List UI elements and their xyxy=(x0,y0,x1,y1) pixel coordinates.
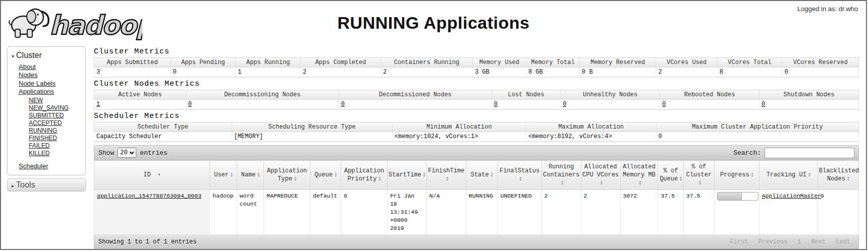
cell-final-status: UNDEFINED xyxy=(498,190,541,234)
th-memory-total: Memory Total xyxy=(526,58,579,68)
cluster-nav-list: About Nodes Node Labels Applications xyxy=(8,63,85,96)
metric-minimum-allocation: <memory:1024, vCores:1> xyxy=(392,132,526,142)
sidebar-item-node-labels[interactable]: Node Labels xyxy=(19,80,56,87)
sort-icon: ▲▼ xyxy=(808,172,810,178)
decommissioning-nodes-link[interactable]: 0 xyxy=(188,101,192,108)
th-final-status[interactable]: FinalStatus▲▼ xyxy=(498,161,541,190)
th-progress[interactable]: Progress▲▼ xyxy=(715,161,760,190)
sort-icon: ▲▼ xyxy=(294,176,296,182)
cluster-metrics-heading: Cluster Metrics xyxy=(94,47,859,56)
sidebar-item-about[interactable]: About xyxy=(19,63,36,71)
metric-vcores-used: 2 xyxy=(656,68,717,78)
entries-label: entries xyxy=(140,149,168,157)
sidebar-item-submitted[interactable]: SUBMITTED xyxy=(29,112,64,119)
sort-icon: ▲▼ xyxy=(847,176,849,182)
th-application-type[interactable]: Application Type▲▼ xyxy=(264,161,310,190)
cell-pct-of-cluster: 37.5 xyxy=(683,190,714,234)
cell-state: RUNNING xyxy=(466,190,498,234)
th-memory-reserved: Memory Reserved xyxy=(579,58,656,68)
th-start-time[interactable]: StartTime▲▼ xyxy=(387,161,426,190)
th-finish-time[interactable]: FinishTime▲▼ xyxy=(426,161,466,190)
show-entries-select[interactable]: 20 xyxy=(118,148,136,158)
unhealthy-nodes-link[interactable]: 0 xyxy=(563,101,566,108)
sidebar-item-new[interactable]: NEW xyxy=(29,97,43,104)
search-label: Search: xyxy=(733,149,761,157)
sort-icon: ▲▼ xyxy=(446,176,448,182)
cell-pct-of-queue: 37.5 xyxy=(658,190,683,234)
cell-allocated-cpu-vcores: 2 xyxy=(581,190,620,234)
scheduler-metrics-row: Capacity Scheduler [MEMORY] <memory:1024… xyxy=(94,132,859,142)
pagination-first[interactable]: First xyxy=(726,237,752,246)
sidebar-item-nodes[interactable]: Nodes xyxy=(19,71,38,79)
application-link[interactable]: application_1547788763094_0003 xyxy=(97,193,201,199)
shutdown-nodes-link[interactable]: 0 xyxy=(762,101,765,108)
th-allocated-cpu-vcores[interactable]: Allocated CPU VCores▲▼ xyxy=(581,161,620,190)
metric-apps-completed: 2 xyxy=(301,68,381,78)
sidebar-item-new-saving[interactable]: NEW_SAVING xyxy=(29,104,69,111)
sidebar-item-killed[interactable]: KILLED xyxy=(29,150,49,157)
lost-nodes-link[interactable]: 0 xyxy=(494,101,498,108)
th-application-priority[interactable]: Application Priority▲▼ xyxy=(341,161,388,190)
active-nodes-link[interactable]: 1 xyxy=(96,101,100,108)
metric-memory-total: 8 GB xyxy=(526,68,579,78)
th-max-cluster-app-priority: Maximum Cluster Application Priority xyxy=(656,122,859,132)
cluster-nodes-metrics-row: 1 0 0 0 0 0 0 xyxy=(94,100,859,110)
th-minimum-allocation: Minimum Allocation xyxy=(392,122,526,132)
sort-icon: ▲▼ xyxy=(699,180,701,186)
metric-containers-running: 2 xyxy=(381,68,473,78)
main-content: Cluster Metrics Apps Submitted Apps Pend… xyxy=(94,46,859,249)
pagination-next[interactable]: Next xyxy=(807,237,830,246)
th-state[interactable]: State▲▼ xyxy=(466,161,498,190)
th-allocated-memory-mb[interactable]: Allocated Memory MB▲▼ xyxy=(620,161,658,190)
sidebar-item-running[interactable]: RUNNING xyxy=(29,127,57,134)
th-active-nodes: Active Nodes xyxy=(94,90,186,100)
sidebar-section-cluster[interactable]: ▾Cluster xyxy=(8,50,85,63)
metric-max-cluster-app-priority: 0 xyxy=(656,132,859,142)
rebooted-nodes-link[interactable]: 0 xyxy=(662,101,666,108)
th-unhealthy-nodes: Unhealthy Nodes xyxy=(561,90,660,100)
cell-application-priority: 0 xyxy=(341,190,388,234)
th-tracking-ui[interactable]: Tracking UI▲▼ xyxy=(759,161,818,190)
sidebar-item-finished[interactable]: FINISHED xyxy=(29,135,57,142)
table-toolbar: Show 20 entries Search: xyxy=(94,145,859,160)
sidebar-item-failed[interactable]: FAILED xyxy=(29,142,49,149)
tracking-ui-link[interactable]: ApplicationMaster xyxy=(762,193,821,199)
cell-blacklisted-nodes: 0 xyxy=(818,190,858,234)
sidebar-section-tools[interactable]: ▸Tools xyxy=(7,178,86,192)
th-scheduling-resource-type: Scheduling Resource Type xyxy=(232,122,392,132)
decommissioned-nodes-link[interactable]: 0 xyxy=(341,101,345,108)
th-maximum-allocation: Maximum Allocation xyxy=(526,122,656,132)
th-scheduler-type: Scheduler Type xyxy=(94,122,232,132)
metric-scheduling-resource-type: [MEMORY] xyxy=(232,132,392,142)
sidebar-item-scheduler[interactable]: Scheduler xyxy=(19,162,48,170)
th-blacklisted-nodes[interactable]: Blacklisted Nodes▲▼ xyxy=(818,161,858,190)
pagination-last[interactable]: Last xyxy=(832,237,854,246)
sidebar-item-accepted[interactable]: ACCEPTED xyxy=(29,119,62,127)
cell-running-containers: 2 xyxy=(541,190,581,234)
sidebar-item-applications[interactable]: Applications xyxy=(19,88,54,95)
cell-name: word count xyxy=(237,190,264,234)
th-rebooted-nodes: Rebooted Nodes xyxy=(660,90,760,100)
search-input[interactable] xyxy=(765,148,854,158)
th-id[interactable]: ID▾ xyxy=(94,161,210,190)
sort-icon: ▲▼ xyxy=(491,172,493,178)
th-memory-used: Memory Used xyxy=(472,58,526,68)
th-user[interactable]: User▲▼ xyxy=(210,161,237,190)
metric-memory-used: 3 GB xyxy=(472,68,526,78)
th-pct-of-cluster[interactable]: % of Cluster▲▼ xyxy=(683,161,714,190)
cell-application-type: MAPREDUCE xyxy=(264,190,310,234)
th-running-containers[interactable]: Running Containers▲▼ xyxy=(541,161,581,190)
pagination-page-1[interactable]: 1 xyxy=(793,237,805,246)
th-name[interactable]: Name▲▼ xyxy=(237,161,264,190)
sort-icon: ▲▼ xyxy=(335,172,337,178)
cell-start-time: Fri Jan 18 13:31:49 +0800 2019 xyxy=(387,190,426,234)
sidebar: ▾Cluster About Nodes Node Labels Applica… xyxy=(7,46,86,249)
th-pct-of-queue[interactable]: % of Queue▲▼ xyxy=(658,161,683,190)
expand-icon: ▸ xyxy=(12,183,14,189)
logo-wordmark: hadoop xyxy=(49,10,142,40)
pagination-previous[interactable]: Previous xyxy=(754,237,792,246)
hadoop-logo-svg: hadoop xyxy=(7,3,142,42)
sort-icon: ▲▼ xyxy=(378,176,381,182)
th-vcores-total: VCores Total xyxy=(717,58,782,68)
th-queue[interactable]: Queue▲▼ xyxy=(310,161,341,190)
